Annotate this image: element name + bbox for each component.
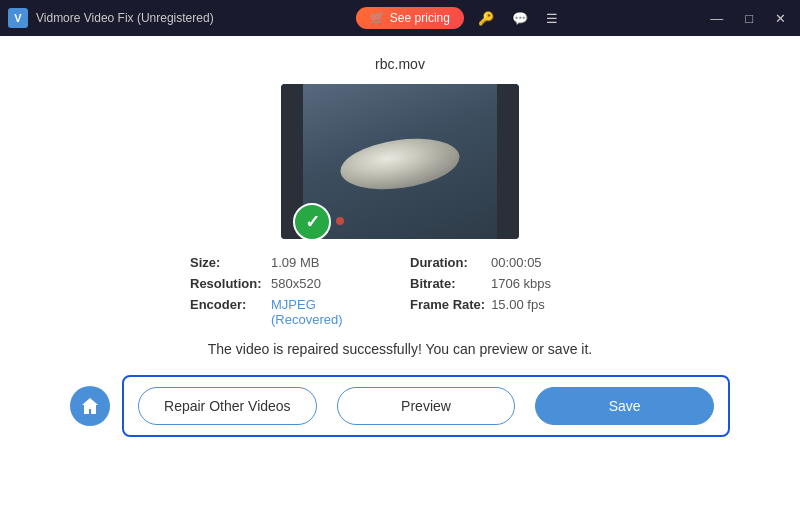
encoder-label: Encoder: <box>190 297 265 312</box>
repair-other-label: Repair Other Videos <box>164 398 291 414</box>
thumbnail-right-bar <box>497 84 519 239</box>
duration-value: 00:00:05 <box>491 255 542 270</box>
svg-point-0 <box>337 132 463 192</box>
save-button[interactable]: Save <box>535 387 714 425</box>
success-badge: ✓ <box>293 203 331 239</box>
title-bar: V Vidmore Video Fix (Unregistered) 🛒 See… <box>0 0 800 36</box>
video-filename: rbc.mov <box>375 56 425 72</box>
save-label: Save <box>609 398 641 414</box>
framerate-row: Frame Rate: 15.00 fps <box>410 297 610 327</box>
title-bar-left: V Vidmore Video Fix (Unregistered) <box>8 8 214 28</box>
preview-button[interactable]: Preview <box>337 387 516 425</box>
video-preview-shape <box>335 132 465 192</box>
maximize-button[interactable]: □ <box>739 9 759 28</box>
home-button[interactable] <box>70 386 110 426</box>
size-label: Size: <box>190 255 265 270</box>
app-icon: V <box>8 8 28 28</box>
window-controls: — □ ✕ <box>704 9 792 28</box>
repair-other-button[interactable]: Repair Other Videos <box>138 387 317 425</box>
resolution-row: Resolution: 580x520 <box>190 276 390 291</box>
app-title: Vidmore Video Fix (Unregistered) <box>36 11 214 25</box>
title-bar-center: 🛒 See pricing 🔑 💬 ☰ <box>356 7 562 29</box>
resolution-label: Resolution: <box>190 276 265 291</box>
encoder-value: MJPEG (Recovered) <box>271 297 390 327</box>
video-thumbnail: ✓ <box>281 84 519 239</box>
see-pricing-button[interactable]: 🛒 See pricing <box>356 7 464 29</box>
main-content: rbc.mov ✓ Size: 1.0 <box>0 36 800 519</box>
see-pricing-label: See pricing <box>390 11 450 25</box>
success-message: The video is repaired successfully! You … <box>208 341 592 357</box>
key-icon[interactable]: 🔑 <box>474 9 498 28</box>
action-area: Repair Other Videos Preview Save <box>70 375 730 437</box>
resolution-value: 580x520 <box>271 276 321 291</box>
chat-icon[interactable]: 💬 <box>508 9 532 28</box>
duration-row: Duration: 00:00:05 <box>410 255 610 270</box>
cursor-indicator <box>336 217 344 225</box>
close-button[interactable]: ✕ <box>769 9 792 28</box>
menu-icon[interactable]: ☰ <box>542 9 562 28</box>
duration-label: Duration: <box>410 255 485 270</box>
size-value: 1.09 MB <box>271 255 319 270</box>
bitrate-value: 1706 kbps <box>491 276 551 291</box>
home-icon <box>80 396 100 416</box>
minimize-button[interactable]: — <box>704 9 729 28</box>
info-grid: Size: 1.09 MB Duration: 00:00:05 Resolut… <box>190 255 610 327</box>
size-row: Size: 1.09 MB <box>190 255 390 270</box>
framerate-label: Frame Rate: <box>410 297 485 312</box>
framerate-value: 15.00 fps <box>491 297 545 312</box>
encoder-row: Encoder: MJPEG (Recovered) <box>190 297 390 327</box>
preview-label: Preview <box>401 398 451 414</box>
bitrate-label: Bitrate: <box>410 276 485 291</box>
bitrate-row: Bitrate: 1706 kbps <box>410 276 610 291</box>
action-buttons-container: Repair Other Videos Preview Save <box>122 375 730 437</box>
cart-icon: 🛒 <box>370 11 385 25</box>
